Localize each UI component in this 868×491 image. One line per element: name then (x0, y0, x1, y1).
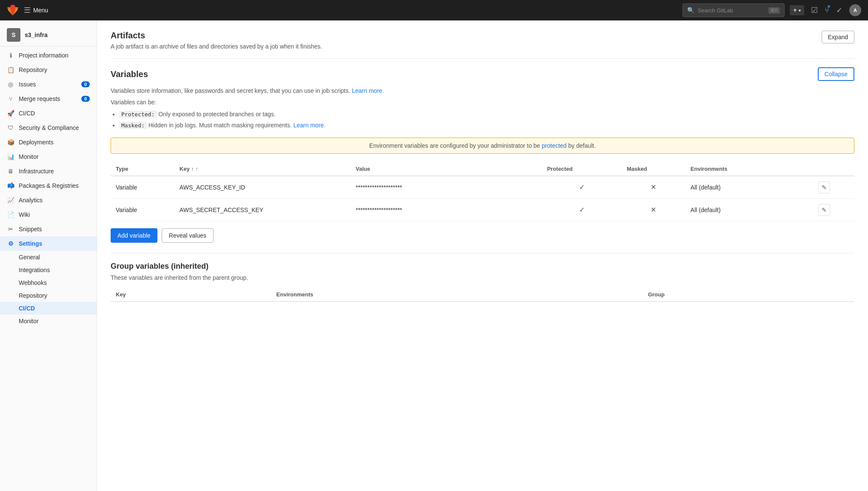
variables-list-item-protected: Protected: Only exposed to protected bra… (119, 109, 854, 120)
table-row: Variable AWS_ACCESS_KEY_ID *************… (111, 176, 854, 199)
user-avatar[interactable]: A (849, 4, 861, 16)
sidebar-sub-label: General (19, 254, 40, 261)
sidebar-item-label: Issues (19, 81, 36, 88)
sidebar-item-label: Repository (19, 66, 47, 73)
masked-code: Masked: (119, 122, 147, 129)
variables-description: Variables store information, like passwo… (111, 86, 854, 95)
sidebar: S s3_infra ℹ Project information 📋 Repos… (0, 20, 97, 491)
cell-key: AWS_ACCESS_KEY_ID (174, 176, 351, 199)
sidebar-item-wiki[interactable]: 📄 Wiki (0, 207, 97, 222)
gear-icon: ⚙ (7, 240, 14, 247)
sidebar-item-merge-requests[interactable]: ⑂ Merge requests 0 (0, 92, 97, 106)
sidebar-item-issues[interactable]: ◎ Issues 0 (0, 77, 97, 92)
add-variable-button[interactable]: Add variable (111, 228, 157, 243)
sidebar-item-infrastructure[interactable]: 🖥 Infrastructure (0, 164, 97, 178)
sidebar-item-label: Infrastructure (19, 168, 54, 175)
variables-desc-text: Variables store information, like passwo… (111, 87, 350, 94)
sidebar-item-label: Packages & Registries (19, 182, 79, 189)
check-icon: ✓ (579, 206, 585, 213)
sidebar-sub-label: Repository (19, 292, 47, 299)
variables-title: Variables (111, 69, 148, 79)
variables-table: Type Key ↑ Value Protected Masked Enviro… (111, 162, 854, 221)
merge-requests-icon[interactable]: ⑂ (825, 6, 829, 15)
warning-link[interactable]: protected (542, 142, 566, 149)
sort-asc-icon: ↑ (191, 166, 194, 172)
col-header-masked: Masked (622, 162, 685, 176)
sidebar-item-analytics[interactable]: 📈 Analytics (0, 193, 97, 207)
package-icon: 📫 (7, 182, 14, 190)
nav-icons: + ▾ ☑ ⑂ ✓ A (790, 4, 861, 16)
sidebar-item-project-information[interactable]: ℹ Project information (0, 48, 97, 63)
sidebar-item-deployments[interactable]: 📦 Deployments (0, 135, 97, 149)
collapse-button[interactable]: Collapse (818, 67, 854, 81)
learn-more-link[interactable]: Learn more. (352, 87, 384, 94)
cell-environments: All (default) (685, 198, 813, 221)
group-variables-section: Group variables (inherited) These variab… (111, 262, 854, 302)
sidebar-item-security-compliance[interactable]: 🛡 Security & Compliance (0, 121, 97, 135)
x-icon: ✕ (651, 184, 656, 191)
snippet-icon: ✂ (7, 225, 14, 233)
cell-type: Variable (111, 198, 174, 221)
todo-icon[interactable]: ☑ (811, 6, 818, 15)
sidebar-sub-item-integrations[interactable]: Integrations (0, 264, 97, 276)
edit-variable-button[interactable]: ✎ (818, 181, 830, 193)
menu-button[interactable]: ☰ Menu (24, 6, 48, 15)
expand-button[interactable]: Expand (822, 31, 854, 43)
sidebar-sub-item-cicd[interactable]: CI/CD (0, 302, 97, 315)
sidebar-item-settings[interactable]: ⚙ Settings (0, 236, 97, 251)
new-button[interactable]: + ▾ (790, 5, 804, 15)
search-icon: 🔍 (687, 7, 694, 14)
sidebar-sub-label: Integrations (19, 267, 50, 273)
sidebar-item-label: Analytics (19, 197, 43, 204)
col-header-protected: Protected (542, 162, 622, 176)
hamburger-icon: ☰ (24, 6, 31, 15)
sidebar-item-packages-registries[interactable]: 📫 Packages & Registries (0, 178, 97, 193)
sidebar-sub-item-monitor[interactable]: Monitor (0, 315, 97, 327)
book-icon: 📋 (7, 66, 14, 74)
sidebar-item-label: Security & Compliance (19, 124, 79, 131)
sidebar-sub-item-repository[interactable]: Repository (0, 289, 97, 302)
sidebar-item-snippets[interactable]: ✂ Snippets (0, 222, 97, 236)
project-header[interactable]: S s3_infra (0, 24, 97, 46)
sidebar-sub-label: Webhooks (19, 279, 47, 286)
sidebar-sub-item-webhooks[interactable]: Webhooks (0, 276, 97, 289)
issues-icon[interactable]: ✓ (836, 6, 842, 15)
search-bar[interactable]: 🔍 Search GitLab ⌘K (682, 3, 785, 17)
search-placeholder: Search GitLab (698, 7, 733, 14)
col-header-key[interactable]: Key ↑ (174, 162, 351, 176)
sidebar-item-repository[interactable]: 📋 Repository (0, 63, 97, 77)
gitlab-logo[interactable] (7, 4, 19, 16)
cell-type: Variable (111, 176, 174, 199)
group-col-environments: Environments (271, 288, 643, 301)
sidebar-sub-label: CI/CD (19, 305, 35, 312)
sidebar-item-label: Monitor (19, 153, 39, 160)
col-header-type: Type (111, 162, 174, 176)
reveal-values-button[interactable]: Reveal values (162, 228, 214, 243)
variables-can-be: Variables can be: (111, 99, 854, 106)
edit-variable-button[interactable]: ✎ (818, 204, 830, 216)
warning-suffix: by default. (568, 142, 596, 149)
sidebar-item-label: Snippets (19, 226, 42, 233)
sidebar-sub-item-general[interactable]: General (0, 251, 97, 264)
sidebar-item-label: CI/CD (19, 110, 35, 117)
chevron-down-icon: ▾ (799, 8, 801, 13)
group-variables-table: Key Environments Group (111, 288, 854, 302)
masked-learn-more-link[interactable]: Learn more. (294, 122, 326, 129)
edit-icon: ✎ (822, 184, 827, 191)
check-icon: ✓ (579, 184, 585, 191)
sidebar-item-label: Wiki (19, 211, 30, 218)
masked-desc: Hidden in job logs. Must match masking r… (148, 122, 292, 129)
search-shortcut: ⌘K (768, 7, 779, 14)
sidebar-item-label: Deployments (19, 139, 54, 146)
cell-value: ******************** (351, 176, 542, 199)
project-name: s3_infra (25, 32, 48, 38)
cell-protected: ✓ (542, 198, 622, 221)
sidebar-item-monitor[interactable]: 📊 Monitor (0, 149, 97, 164)
monitor-icon: 📊 (7, 153, 14, 161)
main-content: Artifacts A job artifact is an archive o… (97, 20, 868, 491)
section-divider (111, 58, 854, 59)
warning-banner: Environment variables are configured by … (111, 138, 854, 154)
sidebar-item-cicd[interactable]: 🚀 CI/CD (0, 106, 97, 121)
project-avatar: S (7, 28, 20, 42)
cell-value: ******************** (351, 198, 542, 221)
